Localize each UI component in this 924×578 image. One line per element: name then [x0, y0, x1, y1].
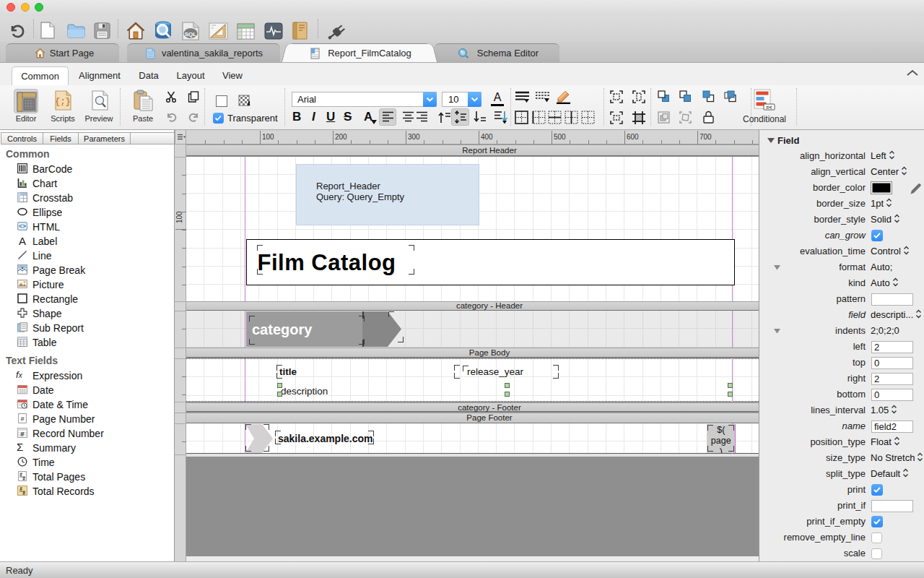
svg-text:#: #: [20, 415, 24, 423]
svg-text:SQL: SQL: [185, 31, 197, 38]
svg-text:#: #: [22, 491, 25, 496]
svg-text:{;}: {;}: [55, 97, 71, 107]
svg-text:#: #: [20, 430, 25, 438]
svg-text:=<: =<: [766, 104, 772, 111]
svg-text:#: #: [22, 476, 25, 481]
svg-text:<>: <>: [19, 223, 26, 230]
